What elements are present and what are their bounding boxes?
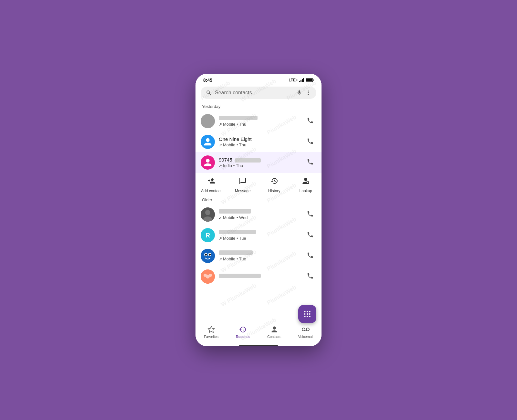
call-arrow-icon: ↗ [219, 163, 222, 168]
svg-point-29 [304, 313, 305, 315]
svg-point-33 [307, 316, 308, 317]
call-arrow-icon: ↗ [219, 257, 222, 261]
call-detail: ↗ India • Thu [219, 163, 300, 168]
phone-button[interactable] [304, 208, 316, 222]
svg-point-34 [309, 316, 310, 317]
avatar [201, 207, 215, 222]
name-blur [219, 250, 253, 255]
lookup-label: Lookup [300, 189, 312, 193]
contact-name: 90745 [219, 157, 300, 163]
call-info: One Nine Eight ↗ Mobile • Thu [219, 136, 300, 147]
history-icon [270, 177, 278, 187]
svg-point-17 [201, 249, 215, 263]
call-detail: ↗ Mobile • Thu [219, 142, 300, 147]
svg-point-25 [206, 275, 210, 278]
add-contact-label: Add contact [201, 189, 221, 193]
call-detail: ↙ Mobile • Wed [219, 215, 300, 220]
nav-recents-label: Recents [236, 335, 250, 339]
status-time: 8:45 [203, 78, 212, 83]
avatar [201, 269, 215, 284]
history-label: History [268, 189, 280, 193]
call-arrow-icon: ↗ [219, 143, 222, 147]
contact-name [219, 250, 300, 256]
nav-contacts[interactable]: Contacts [258, 326, 290, 339]
contact-name [219, 116, 300, 121]
yesterday-label: Yesterday [195, 103, 322, 111]
svg-point-26 [304, 311, 305, 312]
call-item[interactable]: ↗ Mobile • Thu [195, 111, 322, 131]
call-detail-text: Mobile • Tue [223, 236, 246, 241]
nav-recents[interactable]: Recents [227, 326, 259, 339]
nav-voicemail[interactable]: Voicemail [290, 326, 322, 339]
history-action[interactable]: History [258, 177, 290, 193]
call-info: ↗ Mobile • Tue [219, 230, 300, 241]
message-action[interactable]: Message [227, 177, 259, 193]
dialpad-icon [303, 310, 311, 318]
svg-point-31 [309, 313, 310, 315]
contact-name: One Nine Eight [219, 136, 300, 142]
avatar [201, 114, 215, 128]
avatar: R [201, 228, 215, 242]
lookup-icon [302, 177, 310, 187]
phone-button[interactable] [304, 135, 316, 149]
svg-point-8 [308, 92, 309, 93]
svg-point-9 [308, 94, 309, 95]
nav-favorites[interactable]: Favorites [195, 326, 227, 339]
svg-point-20 [205, 254, 207, 256]
phone-button[interactable] [304, 228, 316, 242]
phone-frame: PiunikaWeb W PiunikaWeb PiunikaWeb W Piu… [195, 74, 322, 346]
phone-button[interactable] [304, 114, 316, 128]
contact-name [219, 230, 300, 235]
recents-icon [239, 326, 247, 333]
phone-button[interactable] [304, 156, 316, 170]
lookup-action[interactable]: Lookup [290, 177, 322, 193]
call-info [219, 274, 300, 280]
svg-point-13 [307, 181, 309, 183]
status-icons: LTE+ [289, 78, 314, 82]
name-blur [219, 116, 258, 120]
bottom-nav: Favorites Recents Contacts Voicemail [195, 323, 322, 344]
mic-icon[interactable] [296, 90, 302, 96]
phone-button[interactable] [304, 249, 316, 263]
add-contact-icon [207, 177, 215, 187]
voicemail-icon [302, 326, 310, 333]
fab-dialpad-button[interactable] [298, 305, 316, 323]
name-blur [219, 274, 261, 278]
battery-icon [306, 78, 314, 82]
svg-point-32 [304, 316, 305, 317]
contact-name [219, 209, 300, 215]
scroll-area[interactable]: Yesterday ↗ Mobile • Thu [195, 103, 322, 323]
call-item[interactable] [195, 266, 322, 289]
phone-button[interactable] [304, 270, 316, 284]
call-item[interactable]: ↗ Mobile • Tue [195, 246, 322, 266]
call-detail: ↗ Mobile • Tue [219, 236, 300, 241]
call-item[interactable]: One Nine Eight ↗ Mobile • Thu [195, 131, 322, 152]
call-item[interactable]: ↙ Mobile • Wed [195, 204, 322, 225]
contact-name [219, 274, 300, 279]
more-options-icon[interactable] [305, 90, 311, 96]
svg-marker-35 [208, 326, 215, 332]
nav-voicemail-label: Voicemail [298, 335, 313, 339]
home-indicator [239, 345, 278, 346]
call-info: ↗ Mobile • Thu [219, 116, 300, 127]
nav-favorites-label: Favorites [204, 335, 218, 339]
search-placeholder-text: Search contacts [215, 90, 293, 96]
nav-contacts-label: Contacts [267, 335, 281, 339]
contacts-icon [270, 326, 278, 333]
search-bar[interactable]: Search contacts [201, 87, 316, 99]
svg-rect-6 [306, 79, 312, 81]
call-item[interactable]: R ↗ Mobile • Tue [195, 225, 322, 246]
call-arrow-icon: ↗ [219, 122, 222, 127]
svg-point-15 [205, 210, 210, 215]
avatar-photo-svg [201, 114, 215, 128]
avatar [201, 249, 215, 263]
add-contact-action[interactable]: Add contact [195, 177, 227, 193]
action-bar: Add contact Message History Lookup [195, 173, 322, 196]
call-info: ↙ Mobile • Wed [219, 209, 300, 220]
network-indicator: LTE+ [289, 78, 298, 82]
name-blur [219, 230, 256, 234]
older-label: Older [195, 196, 322, 204]
signal-icon [299, 78, 304, 82]
svg-point-21 [209, 254, 211, 256]
call-item-selected[interactable]: 90745 ↗ India • Thu [195, 152, 322, 173]
